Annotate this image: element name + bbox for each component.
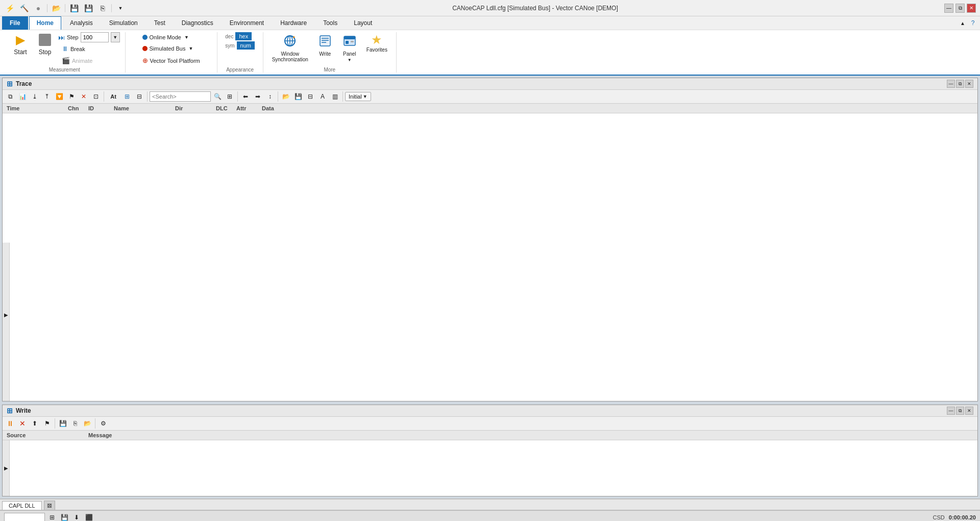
write-save-btn[interactable]: 💾 [57,418,68,429]
write-maximize-button[interactable]: ⧉ [956,407,964,415]
tab-home[interactable]: Home [29,16,61,30]
copy-icon[interactable]: ⎘ [97,3,108,14]
trace-arrow-right[interactable]: ➡ [252,91,263,102]
window-title: CANoeCAP Ldll.cfg [Simulated Bus] - Vect… [126,5,944,12]
start-button[interactable]: ▶ [9,32,32,48]
tab-analysis[interactable]: Analysis [62,16,101,30]
simulated-bus-button[interactable]: Simulated Bus ▼ [139,43,197,54]
break-button[interactable]: ⏸ Break [58,43,120,54]
write-side-arrow: ▶ [3,440,10,496]
trace-save-btn[interactable]: 💾 [292,91,304,102]
close-button[interactable]: ✕ [967,4,976,13]
build-icon[interactable]: 🔨 [18,3,30,14]
trace-tool-6[interactable]: ⚑ [66,91,77,102]
help-icon[interactable]: ? [968,16,978,30]
write-minimize-button[interactable]: — [947,407,955,415]
trace-tool-10[interactable]: ⊞ [121,91,133,102]
online-mode-dropdown[interactable]: ▼ [184,35,189,40]
ribbon-collapse-button[interactable]: ▲ [958,16,968,30]
write-open-btn[interactable]: 📂 [82,418,93,429]
step-input[interactable] [81,32,109,42]
save-icon[interactable]: 💾 [68,3,80,14]
initial-button[interactable]: Initial ▼ [345,92,371,101]
footer-search-input[interactable] [4,513,45,521]
tab-test[interactable]: Test [146,16,173,30]
trace-maximize-button[interactable]: ⧉ [956,80,964,88]
circle-icon[interactable]: ● [33,3,44,14]
trace-col-btn[interactable]: ▥ [329,91,340,102]
step-dropdown[interactable]: ▼ [111,32,120,42]
trace-tool-11[interactable]: ⊟ [134,91,145,102]
trace-tool-3[interactable]: ⤓ [29,91,40,102]
trace-search-btn[interactable]: 🔍 [212,91,223,102]
step-label: Step [67,34,79,40]
write-titlebar: ⊞ Write — ⧉ ✕ [3,405,977,417]
trace-search-input[interactable] [150,91,211,102]
write-filter-btn[interactable]: ⚑ [41,418,53,429]
footer-tool-filter[interactable]: ⬇ [71,512,82,521]
tab-layout[interactable]: Layout [346,16,380,30]
write-export-btn[interactable]: ⬆ [29,418,40,429]
tab-diagnostics[interactable]: Diagnostics [174,16,221,30]
tab-simulation[interactable]: Simulation [102,16,145,30]
trace-tool-7[interactable]: ✕ [78,91,89,102]
trace-at-btn[interactable]: At [106,91,120,102]
restore-button[interactable]: ⧉ [955,4,965,13]
trace-title: ⊞ Trace [7,80,32,88]
trace-tool-1[interactable]: ⧉ [5,91,16,102]
minimize-button[interactable]: — [944,4,953,13]
write-config-btn[interactable]: ⚙ [97,418,109,429]
trace-tool-4[interactable]: ⤒ [41,91,53,102]
footer-tool-save[interactable]: 💾 [59,512,69,521]
num-button[interactable]: num [237,41,255,50]
write-ribbon-button[interactable]: Write [314,32,336,58]
favorites-label: Favorites [366,47,387,53]
tab-environment[interactable]: Environment [222,16,272,30]
window-sync-button[interactable]: WindowSynchronization [268,32,312,64]
add-tab-button[interactable] [44,501,55,510]
trace-cols-btn[interactable]: ⊟ [305,91,316,102]
initial-label: Initial [349,93,362,100]
panel-button[interactable]: Panel▼ [338,32,361,64]
trace-minimize-button[interactable]: — [947,80,955,88]
trace-expand-1[interactable]: ▶ [4,312,8,318]
window-controls[interactable]: — ⧉ ✕ [944,4,976,13]
write-close-button[interactable]: ✕ [965,407,973,415]
bottom-tab-capl-dll[interactable]: CAPL DLL [2,501,42,510]
step-row: ⏭ Step ▼ [58,32,120,42]
open-icon[interactable]: 📂 [51,3,62,14]
trace-filter-btn[interactable]: ⊞ [224,91,235,102]
footer-tool-grid[interactable]: ⊞ [47,512,57,521]
trace-arrow-left[interactable]: ⬅ [240,91,251,102]
write-clear-btn[interactable]: ✕ [17,418,28,429]
trace-tool-14[interactable]: ↕ [264,91,276,102]
vector-tool-button[interactable]: ⊕ Vector Tool Platform [139,55,204,66]
simulated-bus-dropdown[interactable]: ▼ [188,46,193,51]
write-expand-arrow[interactable]: ▶ [4,465,8,471]
trace-tool-8[interactable]: ⊡ [90,91,102,102]
write-pause-btn[interactable]: ⏸ [5,418,16,429]
tab-file[interactable]: File [2,16,28,30]
quick-access-toolbar[interactable]: ⚡ 🔨 ● 📂 💾 💾 ⎘ ▼ [4,3,126,14]
write-copy-btn[interactable]: ⎘ [69,418,81,429]
tab-tools[interactable]: Tools [315,16,345,30]
trace-close-button[interactable]: ✕ [965,80,973,88]
initial-dropdown[interactable]: ▼ [363,94,368,99]
trace-load-btn[interactable]: 📂 [280,91,291,102]
trace-tool-2[interactable]: 📊 [17,91,28,102]
lightning-icon[interactable]: ⚡ [4,3,15,14]
favorites-button[interactable]: ★ Favorites [363,32,391,54]
trace-tool-5[interactable]: 🔽 [54,91,65,102]
save2-icon[interactable]: 💾 [83,3,94,14]
simulated-bus-dot [142,46,148,51]
trace-font-btn[interactable]: A [317,91,328,102]
footer-tool-stop[interactable]: ⬛ [84,512,94,521]
more-group: WindowSynchronization Write [263,32,397,73]
animate-button[interactable]: 🎬 Animate [58,55,120,66]
online-mode-button[interactable]: Online Mode ▼ [139,32,192,42]
dropdown-arrow-icon[interactable]: ▼ [115,3,126,14]
stop-button[interactable] [34,32,56,48]
hex-button[interactable]: hex [235,32,252,40]
tab-hardware[interactable]: Hardware [273,16,314,30]
trace-col-dir: Dir [173,105,214,112]
